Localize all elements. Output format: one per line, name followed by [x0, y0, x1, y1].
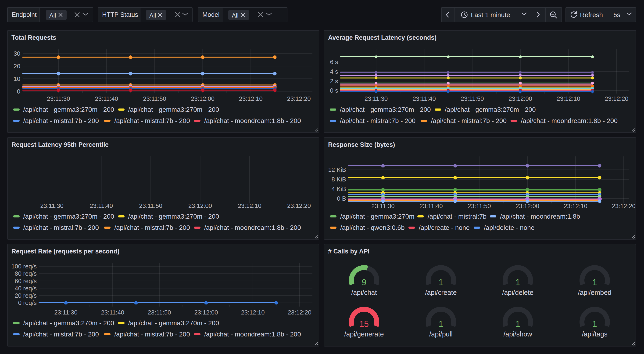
svg-text:23:12:00: 23:12:00: [194, 309, 218, 316]
svg-text:23:12:20: 23:12:20: [287, 95, 310, 102]
svg-text:0 B: 0 B: [337, 195, 346, 202]
svg-text:/api/delete: /api/delete: [502, 289, 534, 296]
svg-text:1: 1: [592, 319, 597, 329]
svg-text:12 KiB: 12 KiB: [328, 166, 346, 173]
svg-text:23:12:20: 23:12:20: [288, 309, 311, 316]
svg-text:2 s: 2 s: [330, 78, 338, 85]
svg-text:23:12:10: 23:12:10: [564, 202, 587, 209]
svg-text:23:11:50: 23:11:50: [468, 202, 491, 209]
svg-text:23:11:30: 23:11:30: [364, 95, 388, 102]
svg-text:23:11:30: 23:11:30: [371, 202, 394, 209]
svg-text:8 KiB: 8 KiB: [332, 176, 346, 183]
svg-text:0: 0: [17, 88, 20, 95]
svg-text:30: 30: [14, 50, 20, 57]
svg-text:60 req/s: 60 req/s: [15, 277, 37, 284]
svg-text:9: 9: [362, 277, 366, 287]
svg-text:23:11:40: 23:11:40: [413, 95, 436, 102]
svg-text:23:11:40: 23:11:40: [420, 202, 442, 209]
svg-text:/api/generate: /api/generate: [344, 330, 384, 338]
svg-text:23:11:50: 23:11:50: [143, 95, 166, 102]
svg-text:1: 1: [516, 319, 520, 329]
svg-text:100 req/s: 100 req/s: [12, 263, 37, 270]
svg-text:23:12:10: 23:12:10: [239, 95, 263, 102]
svg-text:10: 10: [14, 75, 20, 82]
svg-text:/api/pull: /api/pull: [429, 330, 452, 338]
svg-text:23:11:40: 23:11:40: [101, 309, 124, 316]
svg-text:23:11:40: 23:11:40: [90, 202, 113, 209]
svg-text:23:11:50: 23:11:50: [460, 95, 484, 102]
svg-text:23:12:10: 23:12:10: [556, 95, 580, 102]
svg-text:6 s: 6 s: [330, 59, 338, 66]
svg-text:23:11:40: 23:11:40: [95, 95, 118, 102]
svg-text:23:12:00: 23:12:00: [516, 202, 539, 209]
svg-text:23:12:10: 23:12:10: [241, 309, 264, 316]
svg-text:/api/tags: /api/tags: [582, 330, 608, 338]
svg-text:23:12:20: 23:12:20: [612, 202, 635, 209]
svg-text:0 s: 0 s: [330, 87, 338, 94]
svg-text:/api/show: /api/show: [504, 330, 532, 338]
svg-text:1: 1: [438, 277, 443, 287]
svg-text:23:11:50: 23:11:50: [148, 309, 171, 316]
svg-text:80 req/s: 80 req/s: [15, 270, 37, 277]
svg-text:23:12:20: 23:12:20: [287, 202, 311, 209]
svg-text:4 KiB: 4 KiB: [332, 185, 346, 192]
svg-text:23:12:20: 23:12:20: [605, 95, 628, 102]
svg-text:/api/chat: /api/chat: [351, 289, 377, 296]
svg-text:15: 15: [360, 319, 369, 329]
svg-text:/api/embed: /api/embed: [578, 289, 612, 296]
svg-text:23:11:30: 23:11:30: [47, 95, 70, 102]
svg-text:23:11:50: 23:11:50: [139, 202, 162, 209]
svg-text:23:12:00: 23:12:00: [191, 95, 214, 102]
svg-text:1: 1: [438, 319, 443, 329]
svg-text:20: 20: [14, 63, 20, 70]
svg-text:23:12:00: 23:12:00: [508, 95, 532, 102]
svg-text:0 req/s: 0 req/s: [18, 299, 37, 306]
svg-text:1: 1: [592, 277, 597, 287]
svg-text:23:12:10: 23:12:10: [238, 202, 261, 209]
svg-text:40 req/s: 40 req/s: [15, 285, 37, 292]
svg-text:23:11:30: 23:11:30: [54, 309, 77, 316]
svg-text:23:11:30: 23:11:30: [40, 202, 63, 209]
svg-text:/api/create: /api/create: [425, 289, 456, 296]
svg-text:23:12:00: 23:12:00: [188, 202, 212, 209]
svg-text:4 s: 4 s: [330, 68, 338, 75]
svg-text:20 req/s: 20 req/s: [15, 292, 37, 299]
svg-text:1: 1: [516, 277, 520, 287]
